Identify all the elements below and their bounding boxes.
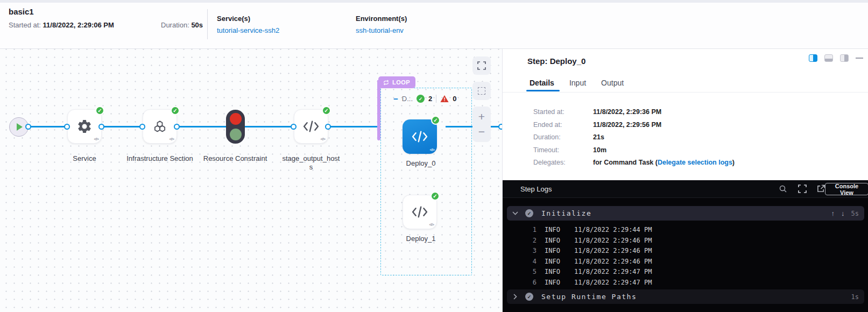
port xyxy=(25,124,31,130)
detail-row: Timeout: 10m xyxy=(533,146,735,154)
log-line: 2INFO11/8/2022 2:29:46 PM xyxy=(503,236,868,246)
open-in-new-icon[interactable] xyxy=(817,185,825,193)
tab-input[interactable]: Input xyxy=(569,79,586,87)
edge xyxy=(177,126,226,127)
log-line: 3INFO11/8/2022 2:29:46 PM xyxy=(503,246,868,257)
play-icon xyxy=(17,123,23,131)
service-link[interactable]: tutorial-service-ssh2 xyxy=(217,26,279,34)
code-corner-icon: </> xyxy=(94,137,98,141)
node-deploy-0[interactable]: ✓ </> xyxy=(403,119,437,154)
chevron-down-icon[interactable] xyxy=(511,211,519,215)
canvas-select-button[interactable] xyxy=(472,82,491,100)
section-duration: 1s xyxy=(851,293,859,301)
node-label: Deploy_1 xyxy=(387,235,454,243)
code-icon xyxy=(302,119,320,133)
log-lines: 1INFO11/8/2022 2:29:44 PM2INFO11/8/2022 … xyxy=(503,225,868,288)
tab-output[interactable]: Output xyxy=(601,79,624,87)
code-icon xyxy=(411,130,428,144)
services-group: Service(s) tutorial-service-ssh2 xyxy=(217,15,279,34)
section-success-icon: ✓ xyxy=(525,293,533,301)
console-view-button[interactable]: Console View xyxy=(825,183,868,195)
loop-badge-label: LOOP xyxy=(392,79,410,86)
marquee-icon xyxy=(478,87,485,95)
minimize-panel-icon[interactable] xyxy=(856,58,863,59)
code-corner-icon: </> xyxy=(169,137,174,141)
duration: Duration: 50s xyxy=(161,21,203,29)
log-line: 6INFO11/8/2022 2:29:47 PM xyxy=(503,278,868,288)
section-name: Initialize xyxy=(541,209,591,217)
started-at: Started at: 11/8/2022, 2:29:06 PM xyxy=(9,21,114,29)
success-check-icon: ✓ xyxy=(431,192,440,201)
search-icon[interactable] xyxy=(779,185,787,193)
port xyxy=(291,124,297,130)
success-check-icon: ✓ xyxy=(95,106,104,115)
loop-group-label: D... xyxy=(402,95,413,103)
detail-row: Started at: 11/8/2022, 2:29:36 PM xyxy=(533,108,735,116)
environments-group: Environment(s) ssh-tutorial-env xyxy=(356,15,407,34)
port xyxy=(64,124,70,130)
pipeline-canvas[interactable]: LOOP − D... ✓ 2 0 ✓ </> Service xyxy=(0,49,502,312)
code-corner-icon: </> xyxy=(320,137,325,141)
log-section-setup-runtime-paths[interactable]: ✓ Setup Runtime Paths 1s xyxy=(507,289,864,304)
warning-triangle-icon xyxy=(440,95,449,103)
step-tabs: Details Input Output xyxy=(530,79,624,87)
code-icon xyxy=(411,205,428,219)
hexagons-icon xyxy=(152,118,168,134)
zoom-in-button[interactable]: + xyxy=(478,112,485,122)
active-tab-indicator xyxy=(526,90,560,91)
environment-link[interactable]: ssh-tutorial-env xyxy=(356,26,407,34)
delegate-selection-logs-link[interactable]: Delegate selection logs xyxy=(658,159,732,166)
log-line: 5INFO11/8/2022 2:29:47 PM xyxy=(503,267,868,278)
code-corner-icon: </> xyxy=(429,147,434,152)
layout-minimized-panel-icon[interactable] xyxy=(840,54,849,62)
loop-container xyxy=(380,88,472,275)
port xyxy=(498,124,502,130)
log-section-initialize[interactable]: ✓ Initialize ↑ ↓ 5s xyxy=(507,206,864,221)
node-label: Service xyxy=(51,154,118,163)
layout-bottom-panel-icon[interactable] xyxy=(824,54,833,62)
edge xyxy=(102,126,143,127)
success-count: 2 xyxy=(428,95,432,103)
success-check-icon: ✓ xyxy=(417,95,425,103)
step-logs-title: Step Logs xyxy=(520,185,552,193)
loop-icon xyxy=(383,80,390,86)
edge xyxy=(28,126,68,127)
layout-right-panel-icon[interactable] xyxy=(809,54,817,62)
fullscreen-icon[interactable] xyxy=(798,185,807,193)
detail-row: Ended at: 11/8/2022, 2:29:56 PM xyxy=(533,121,735,129)
log-line: 1INFO11/8/2022 2:29:44 PM xyxy=(503,225,868,236)
loop-group-header: − D... ✓ 2 0 xyxy=(393,95,456,103)
tab-details[interactable]: Details xyxy=(530,79,554,87)
port xyxy=(325,124,331,130)
step-logs-panel: Step Logs Console View ✓ Initialize xyxy=(503,180,868,312)
node-service[interactable]: ✓ </> xyxy=(67,109,102,144)
panel-layout-controls xyxy=(809,54,863,62)
chevron-right-icon[interactable] xyxy=(511,294,519,300)
services-label: Service(s) xyxy=(217,15,279,23)
node-label: Deploy_0 xyxy=(387,159,454,168)
scroll-to-top-icon[interactable]: ↑ xyxy=(831,209,835,217)
scroll-to-bottom-icon[interactable]: ↓ xyxy=(841,209,845,217)
node-infrastructure[interactable]: ✓ </> xyxy=(143,109,177,144)
canvas-fullscreen-button[interactable] xyxy=(472,56,491,75)
success-check-icon: ✓ xyxy=(322,106,331,115)
port xyxy=(174,124,180,130)
node-deploy-1[interactable]: ✓ </> xyxy=(403,195,437,229)
node-stage-output-hosts[interactable]: ✓ </> xyxy=(294,109,328,144)
success-check-icon: ✓ xyxy=(431,116,440,125)
step-details-panel: Step: Deploy_0 Details Input Output Star… xyxy=(502,49,868,312)
zoom-out-button[interactable]: − xyxy=(478,127,485,137)
node-label: stage_output_hosts xyxy=(281,154,341,172)
node-label: Resource Constraint xyxy=(202,154,269,163)
gear-icon xyxy=(76,118,93,134)
loop-accent-bar xyxy=(377,80,380,140)
step-details-list: Started at: 11/8/2022, 2:29:36 PM Ended … xyxy=(533,108,735,172)
collapse-loop-button[interactable]: − xyxy=(393,95,398,103)
canvas-zoom-controls: + − xyxy=(472,107,491,142)
environments-label: Environment(s) xyxy=(356,15,407,23)
loop-badge: LOOP xyxy=(378,76,415,88)
step-logs-header: Step Logs Console View xyxy=(503,180,868,198)
edge xyxy=(245,126,294,127)
success-check-icon: ✓ xyxy=(171,106,180,115)
node-resource-constraint[interactable] xyxy=(226,110,245,144)
